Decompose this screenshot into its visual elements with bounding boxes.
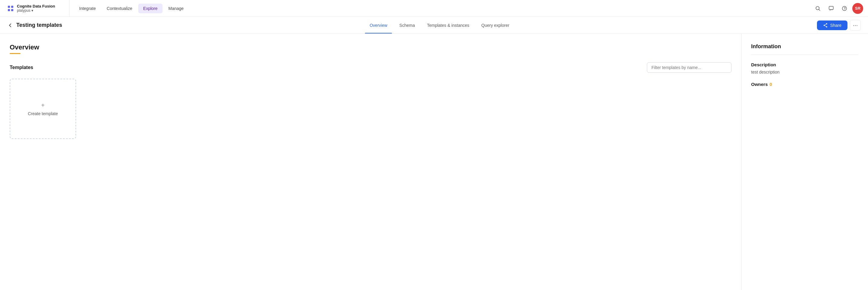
templates-section-title: Templates (10, 65, 33, 70)
page-title: Testing templates (16, 22, 62, 28)
svg-line-13 (825, 26, 826, 27)
chat-icon-btn[interactable] (826, 3, 837, 14)
owners-count: 0 (770, 82, 772, 87)
templates-header: Templates (10, 62, 732, 73)
right-panel: Information Description test description… (741, 34, 868, 290)
brand-text: Cognite Data Fusion platypus ▾ (17, 4, 55, 13)
share-button[interactable]: Share (817, 21, 847, 30)
title-underline (10, 53, 21, 54)
create-template-label: Create template (28, 111, 58, 116)
tab-overview[interactable]: Overview (365, 17, 392, 33)
svg-rect-0 (8, 6, 10, 8)
back-title: Testing templates (7, 22, 62, 28)
svg-line-5 (819, 9, 820, 10)
svg-rect-1 (11, 6, 13, 8)
svg-point-9 (824, 25, 825, 26)
owners-row: Owners 0 (751, 82, 858, 87)
nav-contextualize[interactable]: Contextualize (102, 4, 137, 13)
svg-point-11 (826, 26, 827, 28)
info-title: Information (751, 43, 858, 55)
svg-rect-6 (829, 6, 833, 10)
overview-title: Overview (10, 43, 732, 51)
filter-templates-input[interactable] (647, 62, 732, 73)
tab-templates-instances[interactable]: Templates & instances (422, 17, 474, 33)
svg-line-12 (825, 24, 826, 25)
svg-rect-2 (8, 9, 10, 11)
nav-explore[interactable]: Explore (138, 4, 162, 13)
tab-schema[interactable]: Schema (395, 17, 420, 33)
sub-right: Share ··· (817, 20, 861, 31)
svg-rect-3 (11, 9, 13, 11)
main-content: Overview Templates + Create template Inf… (0, 34, 868, 290)
sub-nav: Overview Schema Templates & instances Qu… (365, 17, 514, 33)
tab-query-explorer[interactable]: Query explorer (476, 17, 514, 33)
brand-area: Cognite Data Fusion platypus ▾ (0, 0, 69, 16)
grid-icon (7, 5, 14, 12)
brand-sub: platypus ▾ (17, 8, 55, 13)
plus-icon: + (41, 102, 45, 109)
nav-links: Integrate Contextualize Explore Manage (69, 0, 808, 16)
avatar[interactable]: SR (852, 3, 863, 14)
nav-right: ? SR (808, 3, 868, 14)
svg-point-10 (826, 23, 827, 25)
svg-text:?: ? (844, 7, 846, 10)
sub-header: Testing templates Overview Schema Templa… (0, 17, 868, 34)
top-nav: Cognite Data Fusion platypus ▾ Integrate… (0, 0, 868, 17)
left-panel: Overview Templates + Create template (0, 34, 741, 290)
description-value: test description (751, 70, 858, 74)
owners-label: Owners (751, 82, 768, 87)
svg-point-4 (816, 6, 819, 10)
back-button[interactable] (7, 22, 13, 28)
nav-manage[interactable]: Manage (164, 4, 189, 13)
nav-integrate[interactable]: Integrate (74, 4, 100, 13)
share-label: Share (830, 23, 841, 28)
create-template-card[interactable]: + Create template (10, 79, 76, 139)
templates-grid: + Create template (10, 79, 732, 139)
brand-name: Cognite Data Fusion (17, 4, 55, 9)
help-icon-btn[interactable]: ? (839, 3, 850, 14)
description-label: Description (751, 62, 858, 67)
search-icon-btn[interactable] (812, 3, 823, 14)
more-button[interactable]: ··· (850, 20, 861, 31)
